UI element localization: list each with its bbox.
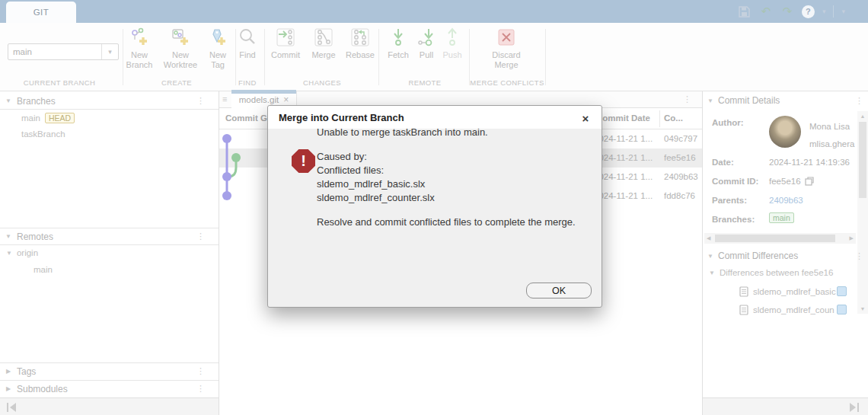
editor-menu-icon[interactable]: ⋮ [683, 94, 691, 104]
discard-merge-button[interactable]: Discard Merge [486, 27, 527, 70]
push-label: Push [442, 50, 461, 60]
remotes-section-header[interactable]: ▼ Remotes ⋮ [0, 228, 219, 244]
new-tag-button[interactable]: New Tag [203, 27, 233, 70]
ribbon-divider [378, 29, 379, 85]
commit-details-header[interactable]: ▼ Commit Details ⋮ [703, 91, 868, 110]
remote-item-origin-main[interactable]: main [34, 265, 53, 274]
right-panel: ▼ Commit Details ⋮ Author: Mona Lisa mli… [703, 91, 868, 415]
submodules-section-header[interactable]: ▶ Submodules ⋮ [0, 381, 219, 397]
new-tag-icon [208, 27, 228, 47]
parents-label: Parents: [712, 196, 747, 205]
find-button[interactable]: Find [232, 27, 263, 60]
current-branch-input[interactable] [8, 44, 98, 59]
current-branch-dropdown-icon[interactable]: ▾ [101, 44, 118, 59]
commit-details-menu-icon[interactable]: ⋮ [855, 96, 863, 106]
tags-section-header[interactable]: ▶ Tags ⋮ [0, 363, 219, 379]
scroll-left-icon[interactable]: ◀ [707, 235, 710, 241]
new-branch-label-2: Branch [126, 60, 153, 70]
help-icon[interactable]: ? [802, 5, 815, 18]
branch-item-main[interactable]: main HEAD [21, 113, 75, 123]
remotes-menu-icon[interactable]: ⋮ [196, 231, 205, 241]
remote-item-origin[interactable]: ▼ origin [6, 248, 38, 257]
tab-models-git-label: models.git [239, 95, 279, 104]
left-collapse-bar[interactable] [0, 397, 219, 415]
branches-section-header[interactable]: ▼ Branches ⋮ [0, 93, 219, 109]
commit-differences-menu-icon[interactable]: ⋮ [855, 251, 863, 261]
author-email: mlisa.ghera [809, 139, 854, 148]
commit-details-collapse-icon[interactable]: ▼ [703, 97, 718, 104]
rebase-button[interactable]: Rebase [342, 27, 378, 60]
git-tab-label: GIT [34, 8, 49, 17]
submodules-menu-icon[interactable]: ⋮ [196, 384, 205, 394]
collapse-right-icon[interactable] [847, 403, 860, 412]
main-branch-badge: main [769, 212, 794, 223]
undo-icon[interactable]: ↶ [759, 5, 773, 18]
branches-menu-icon[interactable]: ⋮ [196, 96, 205, 106]
diff-file-checkbox[interactable] [837, 305, 847, 314]
redo-icon[interactable]: ↷ [780, 5, 794, 18]
diff-file-checkbox[interactable] [837, 286, 847, 296]
branches-title: Branches [17, 96, 56, 107]
column-divider[interactable] [659, 110, 660, 127]
tab-close-icon[interactable]: × [283, 94, 289, 105]
fetch-icon [388, 27, 408, 47]
column-commit-date[interactable]: Commit Date [596, 113, 650, 123]
branch-item-taskbranch[interactable]: taskBranch [21, 129, 65, 139]
scroll-up-icon[interactable]: ▲ [857, 113, 868, 119]
diff-file-label: sldemo_mdlref_coun [753, 305, 834, 314]
tags-menu-icon[interactable]: ⋮ [196, 366, 205, 376]
parent-commit-link[interactable]: 2409b63 [769, 196, 803, 205]
origin-collapse-icon[interactable]: ▼ [6, 250, 12, 257]
commit-differences-title: Commit Differences [718, 251, 798, 261]
pull-icon [416, 27, 436, 47]
branches-collapse-icon[interactable]: ▼ [0, 97, 17, 104]
scroll-right-icon[interactable]: ▶ [850, 235, 854, 241]
differences-group-collapse-icon[interactable]: ▼ [709, 270, 715, 276]
scrollbar-thumb[interactable] [715, 235, 835, 242]
minimize-ribbon-icon[interactable]: ▾ [841, 8, 845, 15]
copy-icon[interactable] [805, 177, 814, 186]
details-horizontal-scrollbar[interactable]: ◀ ▶ [704, 233, 856, 244]
commit-button[interactable]: Commit [266, 27, 305, 60]
scrollbar-thumb[interactable] [859, 122, 866, 198]
differences-group-label: Differences between fee5e16 [720, 268, 833, 277]
fetch-button[interactable]: Fetch [383, 27, 413, 60]
new-branch-icon [129, 27, 149, 47]
remotes-collapse-icon[interactable]: ▼ [0, 233, 17, 240]
commit-differences-header[interactable]: ▼ Commit Differences ⋮ [703, 247, 868, 265]
pull-button[interactable]: Pull [413, 27, 440, 60]
pull-label: Pull [420, 50, 433, 60]
ok-button[interactable]: OK [526, 283, 592, 298]
branches-value: main [769, 213, 794, 222]
details-vertical-scrollbar[interactable]: ▲ ▼ [857, 111, 868, 314]
column-commit-id[interactable]: Co... [664, 113, 683, 123]
help-dropdown-icon[interactable]: ▾ [822, 8, 826, 15]
section-divider [0, 109, 219, 110]
commit-date-cell: 2024-11-21 1... [594, 153, 658, 162]
current-branch-combobox[interactable]: ▾ [8, 43, 119, 60]
submodules-collapse-icon[interactable]: ▶ [0, 385, 17, 392]
merge-button[interactable]: Merge [306, 27, 341, 60]
remotes-title: Remotes [17, 231, 53, 242]
new-branch-button[interactable]: New Branch [120, 27, 158, 70]
section-divider [0, 244, 219, 245]
new-worktree-button[interactable]: New Worktree [158, 27, 203, 70]
tags-title: Tags [17, 366, 36, 377]
ok-button-label: OK [552, 286, 566, 296]
commit-differences-collapse-icon[interactable]: ▼ [703, 253, 718, 260]
collapse-left-icon[interactable] [6, 403, 18, 412]
ribbon-tab-git[interactable]: GIT [6, 2, 76, 23]
group-label-merge-conflicts: MERGE CONFLICTS [454, 78, 560, 87]
commit-id-cell: 049c797 [664, 134, 699, 143]
differences-group-row[interactable]: ▼ Differences between fee5e16 [709, 268, 861, 277]
dialog-close-icon[interactable]: × [579, 111, 592, 125]
save-icon[interactable] [738, 5, 752, 18]
commit-id-text: fee5e16 [769, 177, 801, 186]
file-icon [739, 305, 748, 315]
right-collapse-bar[interactable] [703, 397, 868, 415]
tab-list-icon[interactable]: ≡ [222, 94, 227, 104]
group-label-current-branch: CURRENT BRANCH [6, 78, 113, 87]
error-icon: ! [292, 149, 315, 173]
date-label: Date: [712, 158, 734, 167]
tags-collapse-icon[interactable]: ▶ [0, 368, 17, 375]
